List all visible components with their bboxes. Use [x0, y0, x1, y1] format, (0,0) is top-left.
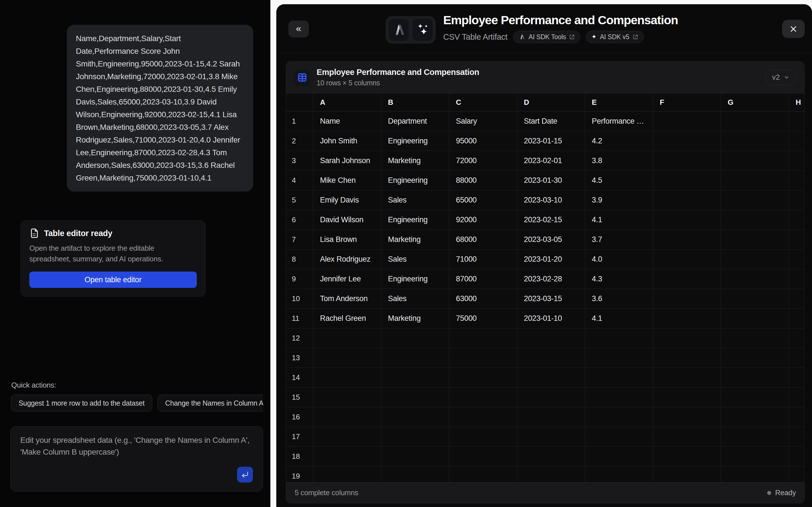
row-number-2[interactable]: 2 [286, 131, 313, 151]
column-header-G[interactable]: G [721, 94, 789, 112]
cell-D7[interactable]: 2023-03-05 [517, 230, 585, 249]
close-artifact-button[interactable] [782, 20, 805, 38]
cell-G1[interactable] [721, 112, 789, 131]
cell-B17[interactable] [381, 427, 449, 447]
cell-A3[interactable]: Sarah Johnson [313, 151, 381, 171]
cell-G5[interactable] [721, 190, 789, 210]
cell-E14[interactable] [585, 368, 653, 388]
cell-A14[interactable] [313, 368, 381, 388]
cell-F6[interactable] [653, 210, 721, 230]
cell-C9[interactable]: 87000 [449, 269, 517, 289]
cell-C13[interactable] [449, 348, 517, 368]
row-number-14[interactable]: 14 [286, 368, 313, 388]
column-header-E[interactable]: E [585, 94, 653, 112]
cell-E17[interactable] [585, 427, 653, 447]
cell-A15[interactable] [313, 388, 381, 407]
cell-C1[interactable]: Salary [449, 112, 517, 131]
badge-ai-sdk-v5[interactable]: ✦ AI SDK v5 [586, 31, 644, 43]
cell-H15[interactable] [789, 388, 804, 407]
row-number-13[interactable]: 13 [286, 348, 313, 368]
cell-H17[interactable] [789, 427, 804, 447]
cell-F9[interactable] [653, 269, 721, 289]
quick-action-suggest-row-button[interactable]: Suggest 1 more row to add to the dataset [11, 395, 152, 411]
cell-B15[interactable] [381, 388, 449, 407]
cell-D10[interactable]: 2023-03-15 [517, 289, 585, 309]
cell-F4[interactable] [653, 171, 721, 190]
cell-H12[interactable] [789, 328, 804, 348]
row-number-12[interactable]: 12 [286, 328, 313, 348]
cell-G11[interactable] [721, 309, 789, 328]
cell-F3[interactable] [653, 151, 721, 171]
cell-A4[interactable]: Mike Chen [313, 171, 381, 190]
cell-C10[interactable]: 63000 [449, 289, 517, 309]
cell-G4[interactable] [721, 171, 789, 190]
version-select[interactable]: v2 [765, 70, 797, 85]
cell-A7[interactable]: Lisa Brown [313, 230, 381, 249]
cell-G8[interactable] [721, 249, 789, 269]
send-button[interactable] [237, 467, 253, 483]
cell-E16[interactable] [585, 407, 653, 427]
cell-B2[interactable]: Engineering [381, 131, 449, 151]
cell-D3[interactable]: 2023-02-01 [517, 151, 585, 171]
cell-A5[interactable]: Emily Davis [313, 190, 381, 210]
row-number-10[interactable]: 10 [286, 289, 313, 309]
cell-A9[interactable]: Jennifer Lee [313, 269, 381, 289]
cell-G10[interactable] [721, 289, 789, 309]
cell-C12[interactable] [449, 328, 517, 348]
cell-E11[interactable]: 4.1 [585, 309, 653, 328]
cell-D8[interactable]: 2023-01-20 [517, 249, 585, 269]
cell-H2[interactable] [789, 131, 804, 151]
cell-H14[interactable] [789, 368, 804, 388]
row-number-1[interactable]: 1 [286, 112, 313, 131]
cell-C15[interactable] [449, 388, 517, 407]
cell-A17[interactable] [313, 427, 381, 447]
cell-A8[interactable]: Alex Rodriguez [313, 249, 381, 269]
badge-ai-sdk-tools[interactable]: AI SDK Tools [513, 31, 580, 43]
cell-A1[interactable]: Name [313, 112, 381, 131]
cell-F12[interactable] [653, 328, 721, 348]
cell-D2[interactable]: 2023-01-15 [517, 131, 585, 151]
cell-C11[interactable]: 75000 [449, 309, 517, 328]
cell-G12[interactable] [721, 328, 789, 348]
cell-G16[interactable] [721, 407, 789, 427]
cell-B4[interactable]: Engineering [381, 171, 449, 190]
row-number-7[interactable]: 7 [286, 230, 313, 249]
cell-D15[interactable] [517, 388, 585, 407]
cell-A11[interactable]: Rachel Green [313, 309, 381, 328]
cell-C4[interactable]: 88000 [449, 171, 517, 190]
cell-E10[interactable]: 3.6 [585, 289, 653, 309]
row-number-16[interactable]: 16 [286, 407, 313, 427]
chat-input[interactable] [11, 427, 263, 466]
cell-B6[interactable]: Engineering [381, 210, 449, 230]
cell-A18[interactable] [313, 447, 381, 466]
cell-H1[interactable] [789, 112, 804, 131]
cell-B10[interactable]: Sales [381, 289, 449, 309]
cell-E5[interactable]: 3.9 [585, 190, 653, 210]
cell-H11[interactable] [789, 309, 804, 328]
cell-C3[interactable]: 72000 [449, 151, 517, 171]
cell-C8[interactable]: 71000 [449, 249, 517, 269]
row-number-9[interactable]: 9 [286, 269, 313, 289]
cell-D14[interactable] [517, 368, 585, 388]
cell-G2[interactable] [721, 131, 789, 151]
cell-H6[interactable] [789, 210, 804, 230]
cell-F14[interactable] [653, 368, 721, 388]
cell-D1[interactable]: Start Date [517, 112, 585, 131]
cell-D13[interactable] [517, 348, 585, 368]
row-number-4[interactable]: 4 [286, 171, 313, 190]
cell-C7[interactable]: 68000 [449, 230, 517, 249]
quick-action-change-names-button[interactable]: Change the Names in Column A [158, 395, 263, 411]
collapse-panel-button[interactable]: « [289, 20, 309, 38]
cell-E13[interactable] [585, 348, 653, 368]
cell-C16[interactable] [449, 407, 517, 427]
cell-B11[interactable]: Marketing [381, 309, 449, 328]
cell-E12[interactable] [585, 328, 653, 348]
cell-A12[interactable] [313, 328, 381, 348]
cell-D17[interactable] [517, 427, 585, 447]
row-number-8[interactable]: 8 [286, 249, 313, 269]
corner-cell[interactable] [286, 94, 313, 112]
cell-F1[interactable] [653, 112, 721, 131]
cell-E9[interactable]: 4.3 [585, 269, 653, 289]
cell-H10[interactable] [789, 289, 804, 309]
cell-A10[interactable]: Tom Anderson [313, 289, 381, 309]
